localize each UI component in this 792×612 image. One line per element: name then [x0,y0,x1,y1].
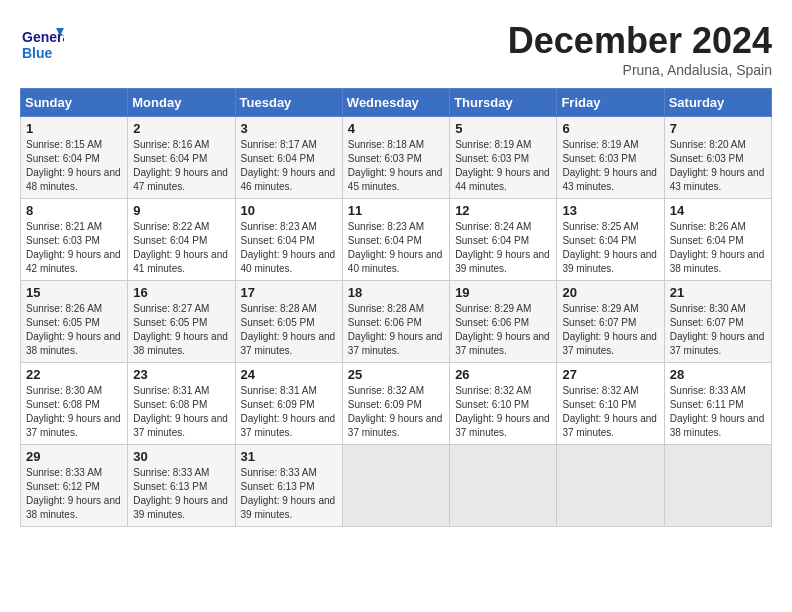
day-info: Sunrise: 8:17 AM Sunset: 6:04 PM Dayligh… [241,138,337,194]
calendar-cell: 5 Sunrise: 8:19 AM Sunset: 6:03 PM Dayli… [450,117,557,199]
calendar-week-row: 8 Sunrise: 8:21 AM Sunset: 6:03 PM Dayli… [21,199,772,281]
calendar-cell: 20 Sunrise: 8:29 AM Sunset: 6:07 PM Dayl… [557,281,664,363]
day-info: Sunrise: 8:31 AM Sunset: 6:08 PM Dayligh… [133,384,229,440]
day-info: Sunrise: 8:31 AM Sunset: 6:09 PM Dayligh… [241,384,337,440]
day-info: Sunrise: 8:26 AM Sunset: 6:04 PM Dayligh… [670,220,766,276]
calendar-cell: 25 Sunrise: 8:32 AM Sunset: 6:09 PM Dayl… [342,363,449,445]
day-number: 2 [133,121,229,136]
day-number: 10 [241,203,337,218]
day-info: Sunrise: 8:15 AM Sunset: 6:04 PM Dayligh… [26,138,122,194]
day-info: Sunrise: 8:32 AM Sunset: 6:10 PM Dayligh… [455,384,551,440]
day-number: 18 [348,285,444,300]
calendar-cell: 2 Sunrise: 8:16 AM Sunset: 6:04 PM Dayli… [128,117,235,199]
month-title: December 2024 [508,20,772,62]
calendar-table: SundayMondayTuesdayWednesdayThursdayFrid… [20,88,772,527]
calendar-cell: 9 Sunrise: 8:22 AM Sunset: 6:04 PM Dayli… [128,199,235,281]
calendar-cell: 8 Sunrise: 8:21 AM Sunset: 6:03 PM Dayli… [21,199,128,281]
day-number: 19 [455,285,551,300]
calendar-cell: 1 Sunrise: 8:15 AM Sunset: 6:04 PM Dayli… [21,117,128,199]
calendar-cell [342,445,449,527]
day-number: 6 [562,121,658,136]
day-info: Sunrise: 8:28 AM Sunset: 6:05 PM Dayligh… [241,302,337,358]
day-info: Sunrise: 8:33 AM Sunset: 6:11 PM Dayligh… [670,384,766,440]
calendar-cell: 12 Sunrise: 8:24 AM Sunset: 6:04 PM Dayl… [450,199,557,281]
calendar-cell: 19 Sunrise: 8:29 AM Sunset: 6:06 PM Dayl… [450,281,557,363]
day-number: 21 [670,285,766,300]
day-info: Sunrise: 8:33 AM Sunset: 6:12 PM Dayligh… [26,466,122,522]
day-number: 1 [26,121,122,136]
calendar-week-row: 15 Sunrise: 8:26 AM Sunset: 6:05 PM Dayl… [21,281,772,363]
day-number: 26 [455,367,551,382]
day-number: 15 [26,285,122,300]
calendar-cell: 7 Sunrise: 8:20 AM Sunset: 6:03 PM Dayli… [664,117,771,199]
calendar-cell: 31 Sunrise: 8:33 AM Sunset: 6:13 PM Dayl… [235,445,342,527]
calendar-cell: 30 Sunrise: 8:33 AM Sunset: 6:13 PM Dayl… [128,445,235,527]
day-number: 25 [348,367,444,382]
day-info: Sunrise: 8:24 AM Sunset: 6:04 PM Dayligh… [455,220,551,276]
day-of-week-header: Wednesday [342,89,449,117]
day-number: 4 [348,121,444,136]
day-number: 28 [670,367,766,382]
title-block: December 2024 Pruna, Andalusia, Spain [508,20,772,78]
calendar-cell: 3 Sunrise: 8:17 AM Sunset: 6:04 PM Dayli… [235,117,342,199]
day-info: Sunrise: 8:32 AM Sunset: 6:09 PM Dayligh… [348,384,444,440]
calendar-week-row: 1 Sunrise: 8:15 AM Sunset: 6:04 PM Dayli… [21,117,772,199]
calendar-week-row: 22 Sunrise: 8:30 AM Sunset: 6:08 PM Dayl… [21,363,772,445]
day-number: 5 [455,121,551,136]
location: Pruna, Andalusia, Spain [508,62,772,78]
day-of-week-header: Friday [557,89,664,117]
calendar-cell: 6 Sunrise: 8:19 AM Sunset: 6:03 PM Dayli… [557,117,664,199]
svg-text:Blue: Blue [22,45,53,61]
calendar-cell [450,445,557,527]
calendar-cell: 16 Sunrise: 8:27 AM Sunset: 6:05 PM Dayl… [128,281,235,363]
day-info: Sunrise: 8:32 AM Sunset: 6:10 PM Dayligh… [562,384,658,440]
logo: General Blue [20,20,68,64]
calendar-cell: 15 Sunrise: 8:26 AM Sunset: 6:05 PM Dayl… [21,281,128,363]
day-info: Sunrise: 8:29 AM Sunset: 6:07 PM Dayligh… [562,302,658,358]
calendar-cell: 21 Sunrise: 8:30 AM Sunset: 6:07 PM Dayl… [664,281,771,363]
day-info: Sunrise: 8:33 AM Sunset: 6:13 PM Dayligh… [241,466,337,522]
day-number: 3 [241,121,337,136]
day-number: 23 [133,367,229,382]
day-info: Sunrise: 8:19 AM Sunset: 6:03 PM Dayligh… [455,138,551,194]
day-number: 17 [241,285,337,300]
day-info: Sunrise: 8:22 AM Sunset: 6:04 PM Dayligh… [133,220,229,276]
day-info: Sunrise: 8:19 AM Sunset: 6:03 PM Dayligh… [562,138,658,194]
calendar-cell: 4 Sunrise: 8:18 AM Sunset: 6:03 PM Dayli… [342,117,449,199]
day-number: 11 [348,203,444,218]
day-of-week-header: Monday [128,89,235,117]
calendar-cell: 18 Sunrise: 8:28 AM Sunset: 6:06 PM Dayl… [342,281,449,363]
day-number: 30 [133,449,229,464]
calendar-cell: 24 Sunrise: 8:31 AM Sunset: 6:09 PM Dayl… [235,363,342,445]
day-number: 24 [241,367,337,382]
calendar-cell: 29 Sunrise: 8:33 AM Sunset: 6:12 PM Dayl… [21,445,128,527]
day-number: 8 [26,203,122,218]
calendar-cell [664,445,771,527]
calendar-cell: 23 Sunrise: 8:31 AM Sunset: 6:08 PM Dayl… [128,363,235,445]
day-of-week-header: Thursday [450,89,557,117]
day-number: 31 [241,449,337,464]
day-number: 29 [26,449,122,464]
day-number: 12 [455,203,551,218]
day-info: Sunrise: 8:21 AM Sunset: 6:03 PM Dayligh… [26,220,122,276]
day-of-week-header: Tuesday [235,89,342,117]
day-number: 27 [562,367,658,382]
day-number: 16 [133,285,229,300]
day-number: 22 [26,367,122,382]
day-info: Sunrise: 8:18 AM Sunset: 6:03 PM Dayligh… [348,138,444,194]
calendar-cell: 10 Sunrise: 8:23 AM Sunset: 6:04 PM Dayl… [235,199,342,281]
calendar-cell: 11 Sunrise: 8:23 AM Sunset: 6:04 PM Dayl… [342,199,449,281]
calendar-cell: 22 Sunrise: 8:30 AM Sunset: 6:08 PM Dayl… [21,363,128,445]
day-info: Sunrise: 8:33 AM Sunset: 6:13 PM Dayligh… [133,466,229,522]
day-number: 14 [670,203,766,218]
day-info: Sunrise: 8:26 AM Sunset: 6:05 PM Dayligh… [26,302,122,358]
day-of-week-header: Sunday [21,89,128,117]
day-info: Sunrise: 8:23 AM Sunset: 6:04 PM Dayligh… [241,220,337,276]
calendar-cell: 26 Sunrise: 8:32 AM Sunset: 6:10 PM Dayl… [450,363,557,445]
day-info: Sunrise: 8:16 AM Sunset: 6:04 PM Dayligh… [133,138,229,194]
day-number: 9 [133,203,229,218]
day-info: Sunrise: 8:23 AM Sunset: 6:04 PM Dayligh… [348,220,444,276]
day-info: Sunrise: 8:25 AM Sunset: 6:04 PM Dayligh… [562,220,658,276]
day-number: 13 [562,203,658,218]
calendar-cell: 17 Sunrise: 8:28 AM Sunset: 6:05 PM Dayl… [235,281,342,363]
